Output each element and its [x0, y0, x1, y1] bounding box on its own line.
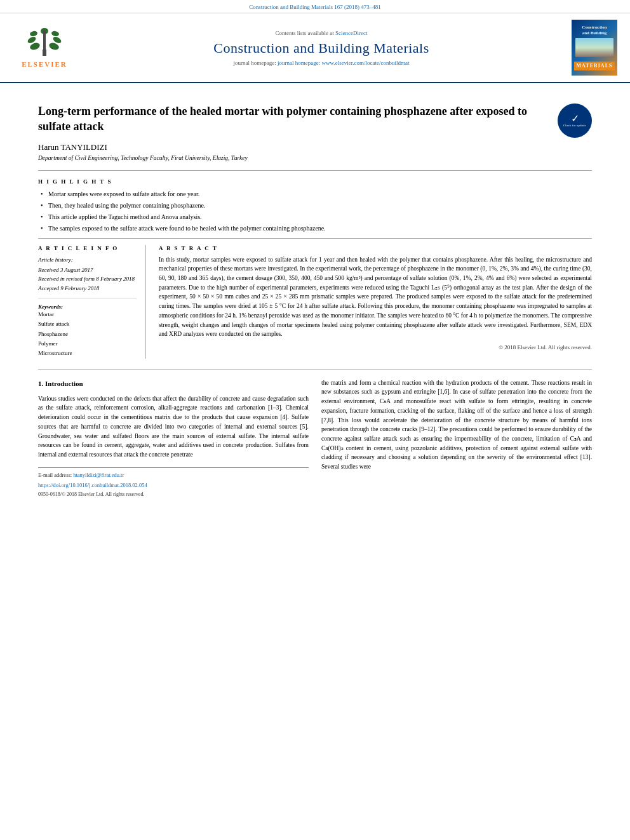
keyword-3: Phosphazene — [38, 330, 137, 339]
journal-cover-area: Construction and Building MATERIALS — [566, 20, 617, 76]
check-for-updates-badge: ✓ Check for updates — [558, 103, 592, 138]
journal-header: ELSEVIER Contents lists available at Sci… — [0, 13, 630, 83]
email-line: E-mail address: htanyildizi@firat.edu.tr — [38, 471, 309, 479]
divider-1 — [38, 170, 592, 171]
highlight-item-1: Mortar samples were exposed to sulfate a… — [41, 190, 592, 199]
intro-right-para: the matrix and form a chemical reaction … — [321, 378, 592, 472]
body-left-column: 1. Introduction Various studies were con… — [38, 378, 309, 499]
main-content: Long-term performance of the healed mort… — [0, 83, 630, 498]
highlights-list: Mortar samples were exposed to sulfate a… — [38, 190, 592, 233]
intro-left-para: Various studies were conducted on the de… — [38, 394, 309, 460]
keywords-list: Mortar Sulfate attack Phosphazene Polyme… — [38, 310, 137, 358]
abstract-column: A B S T R A C T In this study, mortar sa… — [159, 245, 592, 359]
article-title-text: Long-term performance of the healed mort… — [38, 103, 551, 135]
body-right-column: the matrix and form a chemical reaction … — [321, 378, 592, 499]
doi-line[interactable]: https://doi.org/10.1016/j.conbuildmat.20… — [38, 481, 309, 490]
elsevier-logo-icon — [22, 27, 67, 58]
journal-title-area: Contents lists available at ScienceDirec… — [76, 30, 566, 66]
received-date: Received 3 August 2017 — [38, 265, 137, 274]
svg-point-3 — [29, 30, 38, 37]
keywords-section: Keywords: Mortar Sulfate attack Phosphaz… — [38, 303, 137, 358]
revised-date: Received in revised form 8 February 2018 — [38, 274, 137, 283]
article-info-column: A R T I C L E I N F O Article history: R… — [38, 245, 146, 359]
email-address[interactable]: htanyildizi@firat.edu.tr — [73, 472, 124, 478]
intro-heading: 1. Introduction — [38, 378, 309, 389]
cover-materials-label: MATERIALS — [574, 62, 615, 70]
copyright-line: © 2018 Elsevier Ltd. All rights reserved… — [159, 344, 592, 350]
article-info-abstract-section: A R T I C L E I N F O Article history: R… — [38, 245, 592, 359]
keywords-label: Keywords: — [38, 303, 137, 310]
keyword-1: Mortar — [38, 310, 137, 319]
elsevier-brand-text: ELSEVIER — [22, 60, 67, 68]
elsevier-logo: ELSEVIER — [13, 27, 76, 68]
info-divider — [38, 298, 137, 298]
body-section: 1. Introduction Various studies were con… — [38, 369, 592, 499]
highlight-item-3: This article applied the Taguchi method … — [41, 213, 592, 222]
abstract-section-title: A B S T R A C T — [159, 245, 592, 251]
journal-citation-bar: Construction and Building Materials 167 … — [0, 0, 630, 13]
highlight-item-2: Then, they healed using the polymer cont… — [41, 201, 592, 210]
keyword-5: Microstructure — [38, 349, 137, 358]
cover-title-line2: and Building — [582, 30, 607, 36]
svg-point-4 — [48, 42, 60, 51]
journal-title: Construction and Building Materials — [76, 40, 566, 57]
elsevier-logo-area: ELSEVIER — [13, 27, 76, 68]
article-title-container: Long-term performance of the healed mort… — [38, 103, 592, 135]
svg-rect-8 — [43, 30, 46, 51]
homepage-line: journal homepage: journal homepage: www.… — [76, 60, 566, 66]
cover-title-line1: Construction — [582, 25, 607, 30]
sciencedirect-link[interactable]: ScienceDirect — [335, 30, 367, 36]
issn-line: 0950-0618/© 2018 Elsevier Ltd. All right… — [38, 491, 309, 498]
abstract-text: In this study, mortar samples were expos… — [159, 255, 592, 339]
svg-point-6 — [51, 30, 60, 37]
svg-point-1 — [29, 42, 41, 51]
keyword-4: Polymer — [38, 339, 137, 349]
journal-citation-text: Construction and Building Materials 167 … — [249, 4, 380, 10]
divider-2 — [38, 238, 592, 239]
footnote-section: E-mail address: htanyildizi@firat.edu.tr… — [38, 467, 309, 499]
accepted-date: Accepted 9 February 2018 — [38, 284, 137, 293]
author-name: Harun TANYILDIZI — [38, 142, 592, 152]
article-history: Article history: Received 3 August 2017 … — [38, 255, 137, 293]
highlight-item-4: The samples exposed to the sulfate attac… — [41, 224, 592, 233]
keyword-2: Sulfate attack — [38, 319, 137, 329]
article-info-title: A R T I C L E I N F O — [38, 245, 137, 251]
check-updates-label: Check for updates — [561, 124, 589, 128]
email-label: E-mail address: — [38, 472, 72, 478]
sciencedirect-line: Contents lists available at ScienceDirec… — [76, 30, 566, 36]
author-affiliation: Department of Civil Engineering, Technol… — [38, 155, 592, 161]
homepage-link[interactable]: journal homepage: www.elsevier.com/locat… — [278, 60, 409, 66]
history-label: Article history: — [38, 255, 137, 264]
highlights-section-title: H I G H L I G H T S — [38, 178, 592, 185]
journal-cover-image: Construction and Building MATERIALS — [572, 20, 617, 76]
